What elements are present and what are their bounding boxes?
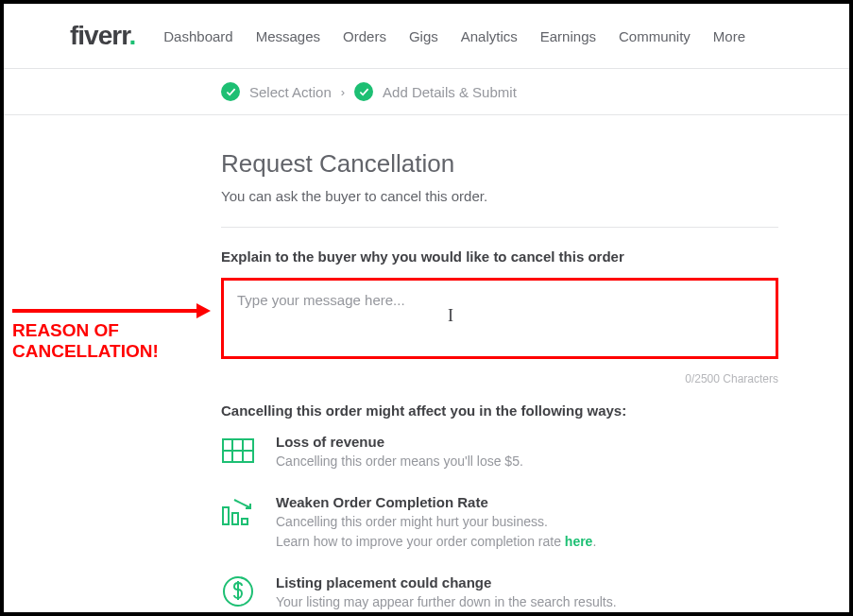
nav-community[interactable]: Community	[619, 28, 691, 44]
effect-desc: Cancelling this order might hurt your bu…	[276, 512, 596, 552]
explain-label: Explain to the buyer why you would like …	[221, 248, 778, 265]
effect-desc-line2-suffix: .	[592, 534, 596, 549]
header: fiverr. Dashboard Messages Orders Gigs A…	[4, 4, 849, 68]
dollar-circle-icon	[221, 574, 255, 608]
page-subtitle: You can ask the buyer to cancel this ord…	[221, 188, 778, 204]
effect-desc-line1: Cancelling this order might hurt your bu…	[276, 514, 548, 529]
annotation-line2: CANCELLATION!	[12, 341, 159, 361]
nav-analytics[interactable]: Analytics	[461, 28, 518, 44]
svg-marker-10	[196, 303, 211, 318]
nav-dashboard[interactable]: Dashboard	[163, 28, 232, 44]
nav-gigs[interactable]: Gigs	[409, 28, 438, 44]
character-counter: 0/2500 Characters	[221, 372, 778, 385]
effect-title: Weaken Order Completion Rate	[276, 494, 596, 510]
annotation-line1: REASON OF	[12, 320, 119, 340]
logo-text: fiverr	[70, 21, 129, 50]
content-divider	[221, 227, 778, 228]
chart-down-icon	[221, 494, 255, 528]
effect-listing-placement: Listing placement could change Your list…	[221, 574, 778, 612]
effect-title: Loss of revenue	[276, 434, 523, 450]
nav-orders[interactable]: Orders	[343, 28, 386, 44]
effect-desc-line2-prefix: Learn how to improve your order completi…	[276, 534, 565, 549]
logo[interactable]: fiverr.	[70, 21, 135, 51]
svg-rect-4	[223, 507, 229, 524]
nav-earnings[interactable]: Earnings	[540, 28, 596, 44]
effect-desc: Your listing may appear further down in …	[276, 592, 617, 612]
svg-rect-6	[242, 519, 247, 524]
checkmark-icon	[221, 82, 240, 101]
step-separator: ›	[341, 85, 345, 99]
effect-title: Listing placement could change	[276, 574, 617, 590]
annotation-label: REASON OF CANCELLATION!	[12, 320, 159, 362]
page-title: Request Cancellation	[221, 149, 778, 179]
svg-rect-5	[232, 513, 238, 524]
logo-dot: .	[129, 21, 136, 50]
main-content: Request Cancellation You can ask the buy…	[4, 115, 778, 612]
main-nav: Dashboard Messages Orders Gigs Analytics…	[163, 28, 745, 44]
effect-desc: Cancelling this order means you'll lose …	[276, 452, 523, 471]
nav-messages[interactable]: Messages	[256, 28, 320, 44]
checkmark-icon	[354, 82, 373, 101]
effects-heading: Cancelling this order might affect you i…	[221, 402, 778, 419]
step-1-label[interactable]: Select Action	[249, 84, 332, 100]
cancellation-reason-input[interactable]	[221, 278, 778, 359]
grid-icon	[221, 434, 255, 468]
step-2-label[interactable]: Add Details & Submit	[383, 84, 517, 100]
step-indicator: Select Action › Add Details & Submit	[4, 69, 849, 115]
learn-more-link[interactable]: here	[565, 534, 593, 549]
nav-more[interactable]: More	[713, 28, 745, 44]
effect-revenue: Loss of revenue Cancelling this order me…	[221, 434, 778, 471]
effect-completion-rate: Weaken Order Completion Rate Cancelling …	[221, 494, 778, 552]
